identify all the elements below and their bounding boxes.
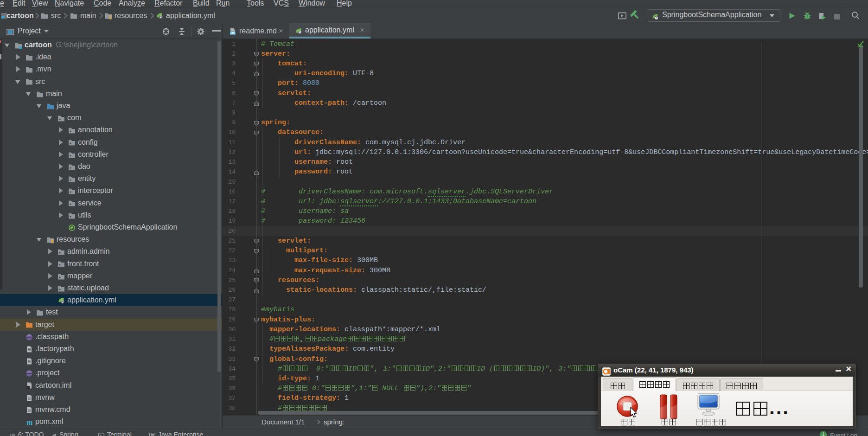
svg-text:m: m (26, 418, 32, 426)
svg-text:MD: MD (230, 32, 235, 35)
